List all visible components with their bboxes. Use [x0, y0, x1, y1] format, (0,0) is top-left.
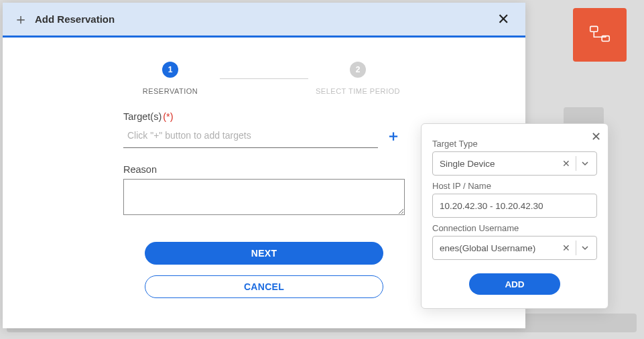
chevron-down-icon-2[interactable]: [576, 243, 594, 253]
step-1-label: RESERVATION: [143, 87, 198, 95]
modal-close-button[interactable]: ✕: [493, 8, 513, 31]
step-2-circle: 2: [350, 62, 366, 78]
targets-input[interactable]: [123, 123, 378, 148]
next-button[interactable]: NEXT: [145, 242, 383, 265]
step-select-time: 2 SELECT TIME PERIOD: [311, 62, 405, 95]
add-target-popover: ✕ Target Type Single Device ✕ Host IP / …: [421, 123, 608, 309]
target-type-label: Target Type: [432, 139, 597, 149]
popover-close-button[interactable]: ✕: [591, 129, 601, 144]
modal-header: ＋ Add Reservation ✕: [3, 3, 525, 38]
connection-username-select[interactable]: enes(Global Username) ✕: [432, 236, 597, 260]
stepper: 1 RESERVATION 2 SELECT TIME PERIOD: [123, 62, 405, 95]
step-2-label: SELECT TIME PERIOD: [316, 87, 400, 95]
connection-username-label: Connection Username: [432, 223, 597, 233]
network-icon: [587, 22, 613, 48]
targets-label: Target(s) (*): [123, 111, 174, 122]
popover-add-button[interactable]: ADD: [469, 273, 560, 295]
reason-field: Reason: [123, 164, 405, 218]
host-label: Host IP / Name: [432, 181, 597, 191]
targets-required-mark: (*): [163, 111, 173, 122]
targets-label-text: Target(s): [123, 111, 162, 122]
connection-username-clear[interactable]: ✕: [557, 243, 576, 253]
target-type-clear[interactable]: ✕: [557, 158, 576, 169]
targets-field: Target(s) (*) ＋: [123, 111, 405, 148]
step-reservation: 1 RESERVATION: [123, 62, 217, 95]
reason-label: Reason: [123, 164, 405, 175]
chevron-down-icon[interactable]: [576, 159, 594, 169]
step-1-circle: 1: [162, 62, 178, 78]
svg-rect-0: [590, 26, 598, 31]
add-target-button[interactable]: ＋: [382, 126, 405, 146]
plus-icon: ＋: [15, 13, 27, 25]
host-input[interactable]: [432, 194, 597, 218]
step-connector: [220, 78, 308, 79]
target-type-select[interactable]: Single Device ✕: [432, 151, 597, 176]
modal-title: Add Reservation: [35, 13, 115, 25]
connection-username-value: enes(Global Username): [440, 243, 557, 253]
cancel-button[interactable]: CANCEL: [145, 275, 383, 298]
modal-buttons: NEXT CANCEL: [123, 242, 405, 298]
reason-textarea[interactable]: [123, 179, 405, 215]
target-type-value: Single Device: [440, 159, 557, 169]
background-app-tile: [573, 8, 627, 62]
